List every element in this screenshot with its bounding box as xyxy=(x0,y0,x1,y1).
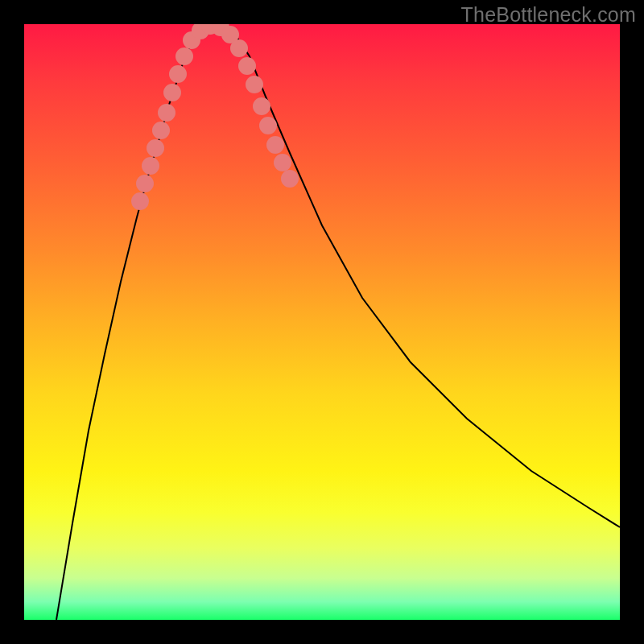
chart-frame: TheBottleneck.com xyxy=(0,0,644,644)
chart-background-gradient xyxy=(24,24,620,620)
watermark-text: TheBottleneck.com xyxy=(461,3,636,27)
